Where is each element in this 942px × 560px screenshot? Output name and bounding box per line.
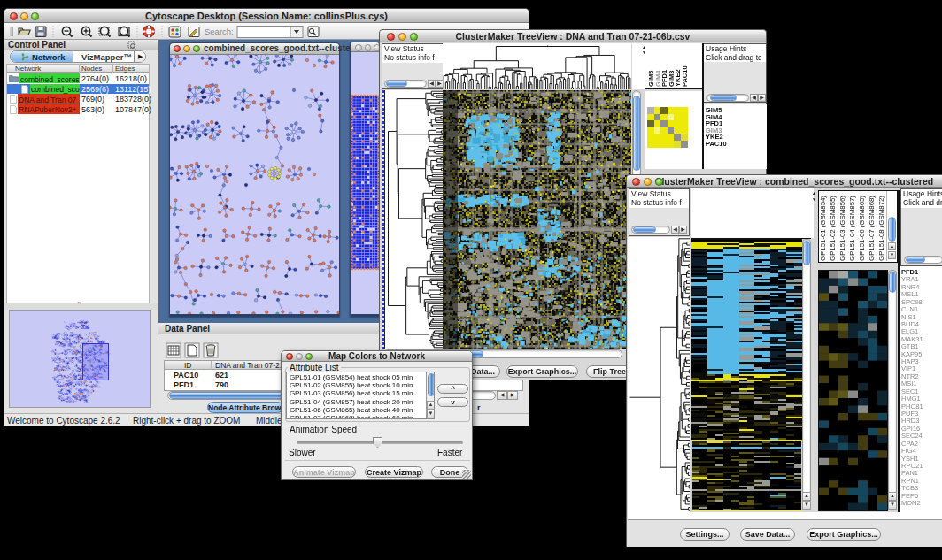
- svg-text:Search:: Search:: [205, 27, 234, 36]
